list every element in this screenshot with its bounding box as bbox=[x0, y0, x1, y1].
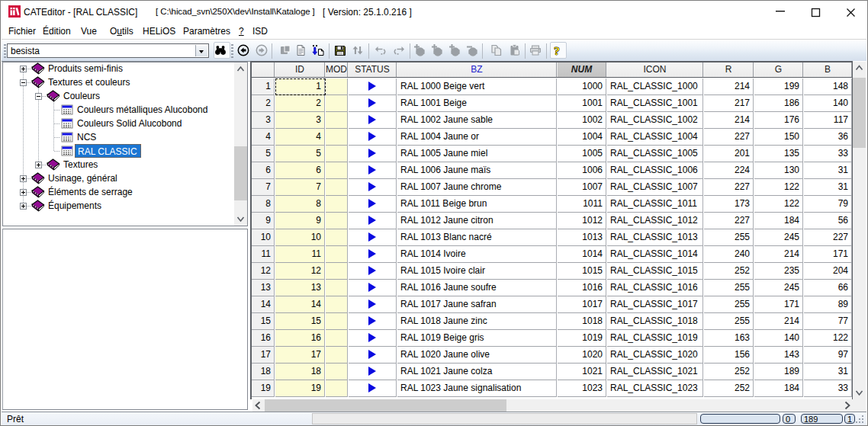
svg-text:?: ? bbox=[554, 45, 560, 57]
